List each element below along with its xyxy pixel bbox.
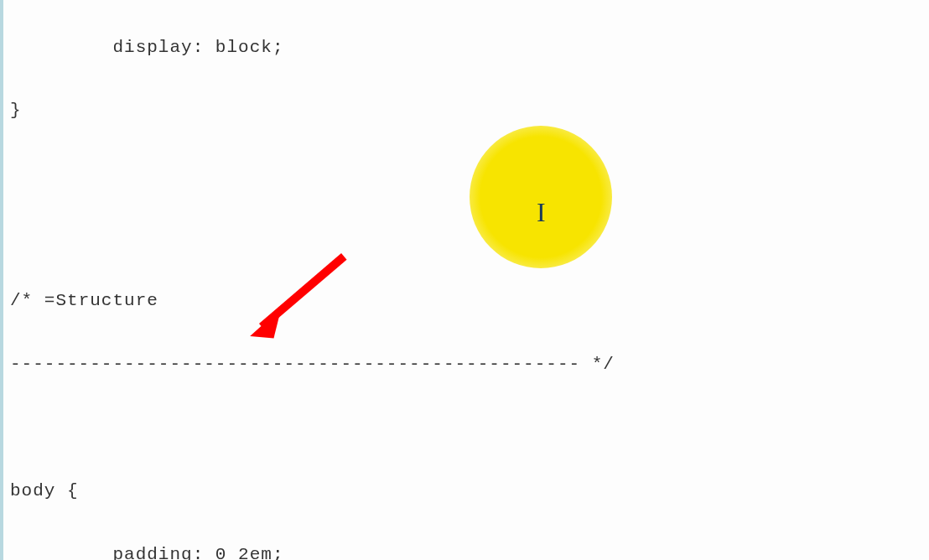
- code-value: 0 2em: [215, 545, 272, 560]
- code-line[interactable]: padding: 0 2em;: [10, 539, 929, 560]
- code-line[interactable]: [10, 222, 929, 254]
- code-line[interactable]: /* =Structure: [10, 285, 929, 317]
- code-line[interactable]: display: block;: [10, 32, 929, 64]
- code-line[interactable]: }: [10, 95, 929, 127]
- code-line[interactable]: body {: [10, 475, 929, 507]
- annotation-arrow: [243, 246, 369, 360]
- svg-marker-2: [248, 309, 284, 340]
- svg-line-1: [257, 257, 350, 327]
- code-line[interactable]: ----------------------------------------…: [10, 349, 929, 381]
- text-cursor-icon: I: [537, 189, 546, 237]
- code-editor[interactable]: display: block; } /* =Structure --------…: [10, 0, 929, 560]
- editor-left-border: [0, 0, 3, 560]
- code-line[interactable]: [10, 412, 929, 443]
